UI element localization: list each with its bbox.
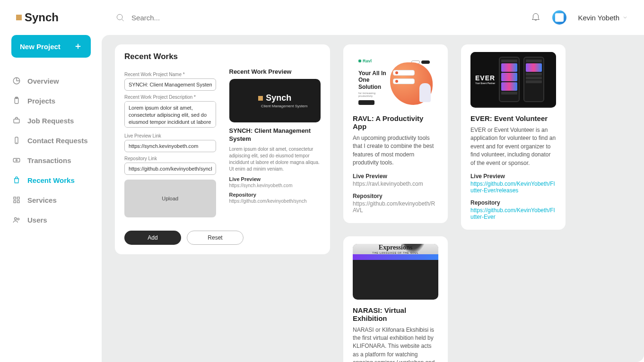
label-description: Recent Work Project Description *: [124, 95, 216, 100]
label-name: Recent Work Project Name *: [124, 72, 216, 77]
upload-dropzone[interactable]: Upload: [124, 180, 216, 217]
user-name-label: Kevin Yobeth: [578, 14, 619, 22]
briefcase-icon: [12, 116, 21, 125]
sidebar-item-label: Contact Requests: [27, 137, 88, 145]
new-project-label: New Project: [20, 43, 61, 51]
search-input[interactable]: [131, 14, 273, 22]
chevron-down-icon: [622, 15, 628, 20]
svg-rect-10: [13, 158, 20, 162]
reset-button[interactable]: Reset: [187, 231, 244, 245]
sidebar-item-transactions[interactable]: Transactions: [11, 153, 90, 167]
svg-rect-12: [14, 197, 16, 199]
upload-label: Upload: [162, 196, 178, 201]
grid-icon: [12, 196, 21, 204]
input-repository[interactable]: [124, 163, 216, 175]
work-description: An upcoming productivity tools that I cr…: [353, 134, 438, 167]
search[interactable]: [115, 13, 273, 22]
sidebar-item-contact-requests[interactable]: Contact Requests: [11, 133, 90, 147]
avatar[interactable]: [552, 10, 566, 25]
form-heading: Recent Works: [124, 52, 321, 61]
bell-icon: [531, 11, 541, 22]
sidebar-item-label: Recent Works: [27, 176, 75, 184]
svg-point-11: [16, 160, 17, 161]
sidebar-item-services[interactable]: Services: [11, 193, 90, 207]
label-repo: Repository Link: [124, 156, 216, 161]
work-card[interactable]: EVERYour Event PartnerEVER: Event Volunt…: [461, 44, 566, 230]
work-live-label: Live Preview: [470, 173, 556, 180]
work-repo-value: https://github.com/kevinyobeth/RAVL: [353, 200, 438, 214]
sidebar-item-label: Job Requests: [27, 117, 74, 125]
work-description: EVER or Event Volunteer is an applicatio…: [470, 126, 556, 167]
work-title: NARASI: Virtual Exhibition: [353, 306, 438, 322]
new-project-button[interactable]: New Project: [11, 35, 91, 58]
search-icon: [115, 13, 125, 22]
sidebar-item-label: Services: [27, 196, 57, 204]
sidebar-item-projects[interactable]: Projects: [11, 94, 90, 108]
work-title: RAVL: A Productivity App: [353, 114, 438, 130]
preview-image: Synch Client Management System: [229, 79, 321, 122]
work-repo-label: Repository: [353, 193, 438, 199]
recent-works-form-card: Recent Works Recent Work Project Name * …: [115, 44, 330, 254]
content: Recent Works Recent Work Project Name * …: [102, 35, 644, 362]
work-card[interactable]: RavlYour All InOne Solutionfor increasin…: [343, 44, 448, 223]
clipboard-icon: [12, 96, 21, 105]
work-title: EVER: Event Volunteer: [470, 114, 556, 122]
work-live-value: https://ravl.kevinyobeth.com: [353, 181, 438, 187]
svg-rect-7: [14, 119, 19, 123]
pie-icon: [12, 77, 21, 85]
svg-line-1: [122, 19, 124, 21]
svg-point-16: [15, 218, 17, 220]
sidebar-item-label: Overview: [27, 77, 59, 85]
sidebar-item-label: Users: [27, 216, 47, 224]
plus-icon: [74, 42, 82, 51]
preview-description: Lorem ipsum dolor sit amet, consectetur …: [229, 146, 321, 172]
input-project-name[interactable]: [124, 78, 216, 91]
sidebar-item-users[interactable]: Users: [11, 213, 90, 227]
bag-icon: [12, 176, 21, 184]
input-live-preview[interactable]: [124, 140, 216, 152]
preview-repo-value: https://github.com/kevinyobeth/synch: [229, 198, 321, 204]
label-live: Live Preview Link: [124, 133, 216, 138]
work-live-label: Live Preview: [353, 173, 438, 180]
svg-point-17: [17, 218, 19, 220]
work-repo-label: Repository: [470, 199, 556, 206]
work-thumbnail: EVERYour Event Partner: [470, 52, 556, 108]
preview-live-value: https://synch.kevinyobeth.com: [229, 183, 321, 188]
work-repo-value[interactable]: https://github.com/KevinYobeth/Flutter-E…: [470, 207, 556, 220]
work-description: NARASI or Klifonara Ekshibisi is the fir…: [353, 326, 438, 362]
add-button[interactable]: Add: [124, 231, 181, 245]
banknote-icon: [12, 156, 21, 164]
sidebar-item-recent-works[interactable]: Recent Works: [11, 173, 90, 187]
sidebar-item-job-requests[interactable]: Job Requests: [11, 113, 90, 128]
svg-rect-14: [14, 201, 16, 203]
sidebar-item-label: Projects: [27, 97, 55, 105]
input-project-description[interactable]: [124, 101, 216, 128]
users-icon: [12, 215, 21, 224]
preview-title: SYNCH: Client Management System: [229, 127, 321, 143]
user-menu[interactable]: Kevin Yobeth: [578, 14, 628, 22]
work-card[interactable]: ExpressionsTHE LANGUAGE OF THE SOULNARAS…: [343, 236, 448, 362]
preview-heading: Recent Work Preview: [229, 68, 321, 75]
avatar-icon: [555, 13, 564, 22]
sidebar-item-label: Transactions: [27, 156, 71, 164]
svg-rect-13: [17, 197, 20, 199]
work-live-value[interactable]: https://github.com/KevinYobeth/Flutter-E…: [470, 181, 556, 194]
preview-live-label: Live Preview: [229, 176, 321, 182]
sidebar: New Project OverviewProjectsJob Requests…: [0, 35, 102, 362]
brand-logo[interactable]: Synch: [16, 11, 59, 24]
logo-mark-icon: [258, 96, 263, 101]
sidebar-item-overview[interactable]: Overview: [11, 74, 90, 88]
preview-repo-label: Repository: [229, 192, 321, 198]
svg-rect-15: [17, 201, 20, 203]
brand-name: Synch: [25, 11, 59, 24]
work-thumbnail: RavlYour All InOne Solutionfor increasin…: [353, 52, 438, 108]
work-thumbnail: ExpressionsTHE LANGUAGE OF THE SOUL: [353, 244, 438, 300]
svg-point-0: [117, 14, 122, 20]
phone-icon: [12, 136, 21, 145]
logo-mark-icon: [16, 15, 22, 20]
notifications-button[interactable]: [531, 11, 541, 24]
topbar: Synch Kevin Yobeth: [0, 0, 644, 35]
